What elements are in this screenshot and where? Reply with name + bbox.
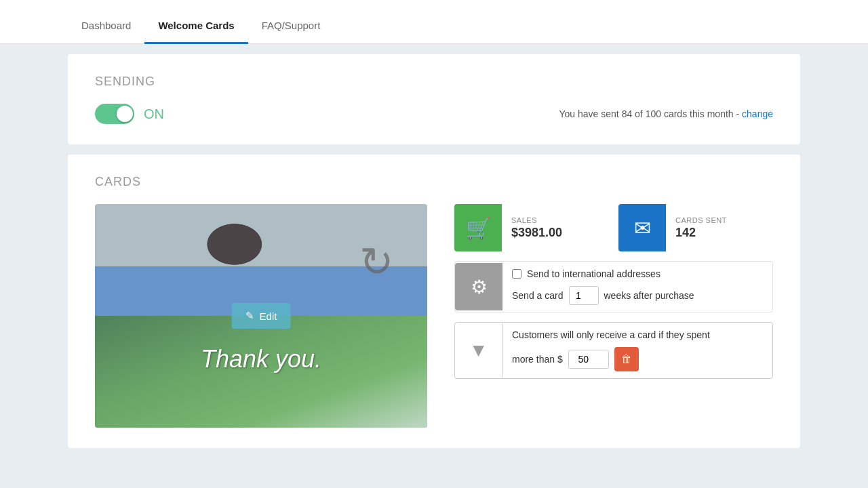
toggle-on-label: ON [144, 106, 164, 122]
sending-section: SENDING ON You have sent 84 of 100 cards… [68, 54, 800, 144]
stats-settings-panel: 🛒 SALES $3981.00 ✉ CARDS SENT 142 [454, 204, 773, 379]
cards-sent-stat-box: ✉ CARDS SENT 142 [618, 204, 773, 251]
funnel-icon: ▼ [469, 340, 488, 361]
sync-icon: ↻ [359, 238, 393, 285]
tab-dashboard[interactable]: Dashboard [68, 20, 144, 44]
stat-boxes: 🛒 SALES $3981.00 ✉ CARDS SENT 142 [454, 204, 773, 251]
international-row: Send to international addresses [512, 268, 694, 279]
sending-toggle-row: ON You have sent 84 of 100 cards this mo… [95, 104, 773, 124]
cards-count-text: You have sent 84 of 100 cards this month… [559, 108, 740, 119]
cart-icon: 🛒 [466, 216, 491, 240]
edit-card-button[interactable]: ✎ Edit [232, 303, 291, 329]
filter-text-prefix: Customers will only receive a card if th… [512, 329, 710, 340]
sending-toggle[interactable] [95, 104, 134, 124]
cards-sent-label: CARDS SENT [675, 216, 727, 224]
cards-sent-icon-box: ✉ [618, 204, 666, 251]
sales-icon-box: 🛒 [454, 204, 502, 251]
sales-stat-box: 🛒 SALES $3981.00 [454, 204, 609, 251]
delete-filter-button[interactable]: 🗑 [614, 347, 639, 371]
tab-welcome-cards[interactable]: Welcome Cards [144, 20, 248, 44]
sales-value: $3981.00 [511, 226, 562, 240]
settings-icon-box: ⚙ [455, 263, 502, 310]
sales-info: SALES $3981.00 [502, 211, 572, 245]
settings-box: ⚙ Send to international addresses Send a… [454, 261, 773, 312]
filter-box: ▼ Customers will only receive a card if … [454, 322, 773, 379]
cards-title: CARDS [95, 175, 773, 189]
change-plan-link[interactable]: change [742, 108, 773, 119]
filter-content: Customers will only receive a card if th… [512, 323, 710, 378]
weeks-row: Send a card weeks after purchase [512, 286, 694, 305]
sales-label: SALES [511, 216, 562, 224]
cards-layout: ↻ Thank you. ✎ Edit 🛒 SALES $3981.00 [95, 204, 773, 428]
toggle-left: ON [95, 104, 164, 124]
cards-count: You have sent 84 of 100 cards this month… [559, 108, 773, 119]
nav-bar: Dashboard Welcome Cards FAQ/Support [0, 0, 868, 44]
filter-amount-row: more than $ 🗑 [512, 347, 710, 371]
filter-icon-box: ▼ [455, 323, 502, 378]
sending-title: SENDING [95, 75, 773, 89]
send-card-prefix: Send a card [512, 290, 564, 301]
settings-content: Send to international addresses Send a c… [512, 262, 694, 312]
card-image-container: ↻ Thank you. ✎ Edit [95, 204, 427, 428]
send-card-suffix: weeks after purchase [604, 290, 694, 301]
weeks-input[interactable] [569, 286, 599, 305]
gear-icon: ⚙ [471, 276, 488, 298]
edit-button-label: Edit [260, 310, 277, 322]
cards-sent-info: CARDS SENT 142 [666, 211, 736, 245]
trash-icon: 🗑 [621, 353, 632, 365]
international-checkbox[interactable] [512, 269, 521, 279]
tab-faq-support[interactable]: FAQ/Support [248, 20, 334, 44]
filter-more-than: more than $ [512, 354, 563, 365]
edit-pencil-icon: ✎ [245, 310, 254, 322]
card-thank-you-text: Thank you. [95, 345, 427, 373]
filter-amount-input[interactable] [568, 350, 609, 369]
international-label: Send to international addresses [527, 268, 660, 279]
cards-section: CARDS ↻ Thank you. ✎ Edit 🛒 [68, 155, 800, 448]
envelope-icon: ✉ [634, 216, 651, 240]
cards-sent-value: 142 [675, 226, 727, 240]
filter-text-row: Customers will only receive a card if th… [512, 329, 710, 340]
